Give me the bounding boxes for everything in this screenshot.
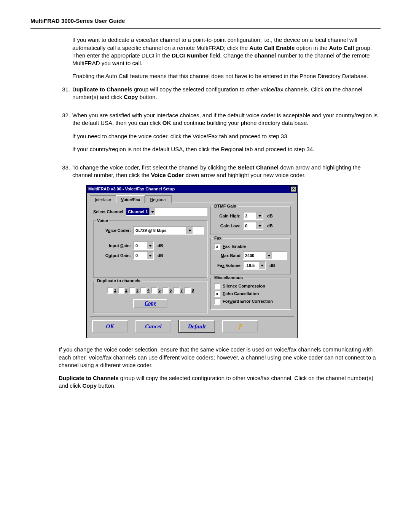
text: button.	[138, 94, 157, 100]
dialog-button-row: OK Cancel Default ?	[90, 316, 294, 334]
checkbox-fax-enable[interactable]	[214, 243, 220, 250]
ch-label: 3	[136, 288, 139, 293]
ch-label: 4	[147, 288, 150, 293]
checkbox-ch3[interactable]	[129, 287, 135, 294]
group-title: Fax	[213, 235, 223, 241]
voice-coder-value: G.729 @ 8 kbps	[134, 227, 186, 234]
help-button[interactable]: ?	[222, 320, 258, 332]
input-gain-combo[interactable]: 0	[133, 241, 154, 250]
ch-label: 8	[191, 288, 194, 293]
fax-volume-value: -18.5	[244, 262, 259, 269]
chevron-down-icon[interactable]	[256, 212, 263, 219]
checkbox-ch7[interactable]	[173, 287, 180, 294]
chevron-down-icon[interactable]	[256, 222, 263, 229]
tab-regional[interactable]: Regional	[145, 195, 171, 203]
checkbox-ch5[interactable]	[151, 287, 158, 294]
silence-row[interactable]: Silence Compression	[214, 283, 287, 289]
tab-label: nterface	[96, 197, 111, 202]
ch-label: 5	[158, 288, 161, 293]
text: If your country/region is not the defaul…	[72, 145, 379, 153]
dialog-title: MultiFRAD v3.00 - Voice/Fax Channel Setu…	[88, 186, 175, 192]
checkbox-ch2[interactable]	[118, 287, 124, 294]
list-body: Duplicate to Channels group will copy th…	[72, 86, 379, 107]
chevron-down-icon[interactable]	[186, 227, 193, 234]
ch-label: 2	[125, 288, 127, 293]
checkbox-ch6[interactable]	[162, 287, 169, 294]
enabling-para: Enabling the Auto Call feature means tha…	[72, 72, 379, 80]
bold-text: Select Channel	[237, 164, 279, 171]
select-channel-combo[interactable]: Channel 1	[126, 208, 207, 216]
list-body: To change the voice coder, first select …	[72, 164, 379, 395]
chevron-down-icon[interactable]	[266, 252, 272, 259]
bold-text: Auto Call	[329, 45, 354, 51]
duplicate-group: Duplicate to channels 1 2 3 4 5 6 7	[93, 281, 207, 313]
gain-low-value: 0	[244, 222, 256, 229]
chevron-down-icon[interactable]	[147, 252, 153, 259]
echo-row[interactable]: Echo Cancellation	[214, 291, 287, 297]
list-number: 31.	[58, 86, 72, 107]
unit-db: dB	[267, 213, 273, 219]
bold-text: Copy	[124, 94, 138, 100]
voice-coder-combo[interactable]: G.729 @ 8 kbps	[133, 226, 204, 235]
chevron-down-icon[interactable]	[149, 208, 155, 215]
list-body: When you are satisfied with your interfa…	[72, 112, 379, 158]
max-baud-combo[interactable]: 2400	[243, 251, 287, 260]
checkbox-fec[interactable]	[214, 298, 220, 305]
group-title: Duplicate to channels	[96, 278, 142, 284]
chevron-down-icon[interactable]	[147, 242, 153, 249]
text: button.	[97, 382, 116, 389]
fax-enable-row[interactable]: Fax Enable	[214, 243, 287, 250]
gain-low-combo[interactable]: 0	[243, 222, 263, 230]
text: and continue building your phone directo…	[171, 120, 308, 126]
tab-panel: Select Channel Channel 1 Voice	[90, 203, 294, 316]
voice-coder-row: Voice Coder: G.729 @ 8 kbps	[97, 226, 204, 235]
cancel-button[interactable]: Cancel	[135, 320, 171, 332]
bold-text: DLCI Number	[172, 52, 208, 59]
list-item-31: 31. Duplicate to Channels group will cop…	[58, 86, 379, 107]
chevron-down-icon[interactable]	[259, 262, 265, 269]
list-number: 32.	[58, 112, 72, 158]
output-gain-value: 0	[134, 252, 147, 259]
header-rule	[30, 28, 381, 29]
select-channel-row: Select Channel Channel 1	[93, 208, 207, 216]
unit-db: dB	[158, 243, 163, 249]
checkbox-ch1[interactable]	[107, 287, 113, 294]
fax-volume-row: Fax Volume -18.5 dB	[214, 261, 287, 270]
checkbox-echo[interactable]	[214, 291, 220, 297]
tab-label: egional	[153, 197, 166, 202]
fax-volume-combo[interactable]: -18.5	[243, 261, 266, 270]
text: option in the	[295, 45, 329, 51]
unit-db: dB	[269, 263, 275, 268]
tab-interface[interactable]: Interface	[90, 195, 116, 203]
default-button[interactable]: Default	[179, 320, 215, 332]
bold-text: Duplicate to Channels	[72, 86, 132, 93]
group-title: Miscellaneous	[213, 275, 244, 281]
gain-high-combo[interactable]: 3	[243, 212, 263, 220]
bold-text: Duplicate to Channels	[59, 375, 119, 381]
text: To change the voice coder, first select …	[72, 164, 237, 171]
tab-strip: Interface Voice/Fax Regional	[90, 195, 294, 203]
checkbox-ch4[interactable]	[140, 287, 147, 294]
content: If you want to dedicate a voice/fax chan…	[72, 36, 379, 395]
fec-row[interactable]: Forward Error Correction	[214, 298, 287, 305]
checkbox-ch8[interactable]	[184, 287, 191, 294]
bold-text: OK	[162, 120, 171, 126]
ch-label: 1	[114, 288, 116, 293]
input-gain-value: 0	[134, 242, 147, 249]
ok-button[interactable]: OK	[92, 320, 128, 332]
tab-label: oice/Fax	[123, 197, 140, 202]
tab-voicefax[interactable]: Voice/Fax	[116, 195, 145, 203]
select-channel-value: Channel 1	[126, 208, 150, 215]
dialog-titlebar[interactable]: MultiFRAD v3.00 - Voice/Fax Channel Setu…	[87, 185, 297, 193]
gain-high-value: 3	[244, 212, 256, 219]
close-icon[interactable]: ✕	[290, 186, 296, 192]
doc-header: MultiFRAD 3000-Series User Guide	[30, 17, 381, 25]
list-item-32: 32. When you are satisfied with your int…	[58, 112, 379, 158]
dtmf-gain-group: DTMF Gain Gain High: 3 dB	[210, 206, 291, 235]
dialog-voicefax-setup: MultiFRAD v3.00 - Voice/Fax Channel Setu…	[86, 185, 298, 339]
output-gain-combo[interactable]: 0	[133, 251, 154, 260]
text: If you need to change the voice coder, c…	[72, 133, 379, 140]
checkbox-silence[interactable]	[214, 283, 220, 289]
copy-button[interactable]: Copy	[133, 299, 167, 308]
gain-high-row: Gain High: 3 dB	[214, 212, 287, 220]
